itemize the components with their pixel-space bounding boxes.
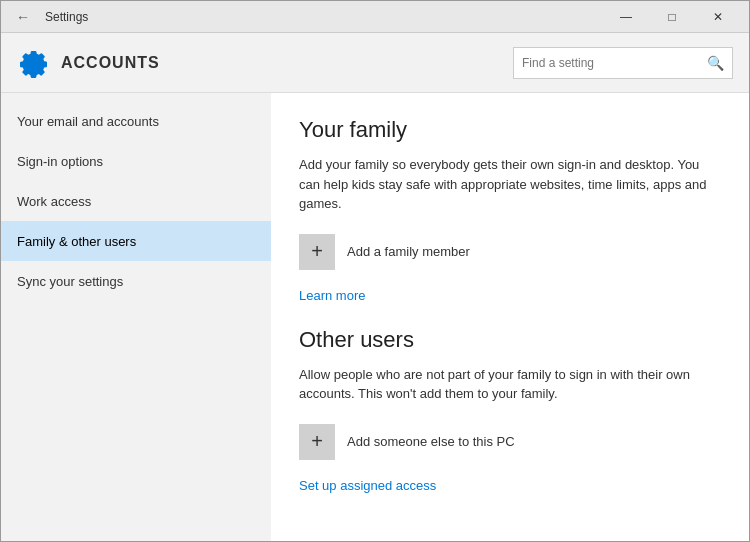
app-container: ACCOUNTS 🔍 Your email and accounts Sign-… <box>1 33 749 542</box>
header-left: ACCOUNTS <box>17 47 160 79</box>
minimize-button[interactable]: — <box>603 1 649 33</box>
sidebar-item-sync-settings[interactable]: Sync your settings <box>1 261 271 301</box>
add-other-user-button[interactable]: + Add someone else to this PC <box>299 424 721 460</box>
back-button[interactable]: ← <box>9 3 37 31</box>
header: ACCOUNTS 🔍 <box>1 33 749 93</box>
close-button[interactable]: ✕ <box>695 1 741 33</box>
family-section-desc: Add your family so everybody gets their … <box>299 155 721 214</box>
other-users-section-title: Other users <box>299 327 721 353</box>
add-other-user-plus-icon: + <box>299 424 335 460</box>
sidebar-item-family-other-users[interactable]: Family & other users <box>1 221 271 261</box>
other-users-section-desc: Allow people who are not part of your fa… <box>299 365 721 404</box>
content-area: Your family Add your family so everybody… <box>271 93 749 542</box>
sidebar-item-sign-in-options[interactable]: Sign-in options <box>1 141 271 181</box>
titlebar: ← Settings — □ ✕ <box>1 1 749 33</box>
learn-more-link[interactable]: Learn more <box>299 288 365 303</box>
other-users-section: Other users Allow people who are not par… <box>299 327 721 517</box>
search-box[interactable]: 🔍 <box>513 47 733 79</box>
search-icon: 🔍 <box>707 55 724 71</box>
sidebar: Your email and accounts Sign-in options … <box>1 93 271 542</box>
maximize-button[interactable]: □ <box>649 1 695 33</box>
add-family-plus-icon: + <box>299 234 335 270</box>
body: Your email and accounts Sign-in options … <box>1 93 749 542</box>
add-family-member-label: Add a family member <box>347 244 470 259</box>
titlebar-left: ← Settings <box>9 3 88 31</box>
add-family-member-button[interactable]: + Add a family member <box>299 234 721 270</box>
family-section-title: Your family <box>299 117 721 143</box>
titlebar-title: Settings <box>45 10 88 24</box>
search-input[interactable] <box>522 56 707 70</box>
add-other-user-label: Add someone else to this PC <box>347 434 515 449</box>
sidebar-item-email-accounts[interactable]: Your email and accounts <box>1 101 271 141</box>
accounts-icon <box>17 47 49 79</box>
sidebar-item-work-access[interactable]: Work access <box>1 181 271 221</box>
titlebar-controls: — □ ✕ <box>603 1 741 33</box>
family-section: Your family Add your family so everybody… <box>299 117 721 327</box>
header-title: ACCOUNTS <box>61 54 160 72</box>
set-up-assigned-access-link[interactable]: Set up assigned access <box>299 478 436 493</box>
